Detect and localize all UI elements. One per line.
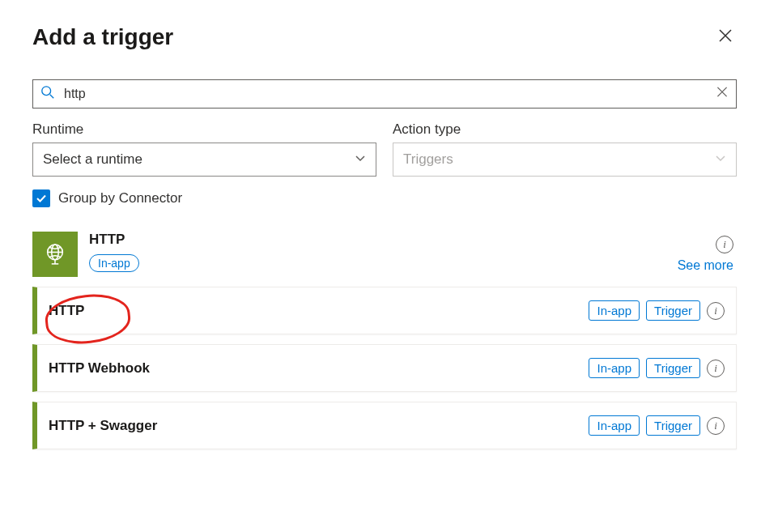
trigger-name: HTTP Webhook: [49, 360, 150, 377]
trigger-name: HTTP + Swagger: [49, 418, 157, 434]
runtime-dropdown[interactable]: Select a runtime: [32, 143, 376, 177]
connector-title: HTTP: [89, 232, 139, 248]
group-by-connector-label: Group by Connector: [58, 190, 182, 206]
trigger-tag-inapp: In-app: [589, 415, 640, 436]
page-title: Add a trigger: [32, 24, 173, 50]
action-type-label: Action type: [393, 121, 737, 138]
svg-line-1: [50, 95, 53, 99]
trigger-tag-inapp: In-app: [589, 358, 640, 378]
trigger-tag-inapp: In-app: [589, 300, 640, 321]
connector-badge: In-app: [89, 254, 139, 272]
runtime-label: Runtime: [32, 121, 376, 138]
trigger-tag-type: Trigger: [646, 415, 700, 436]
chevron-down-icon: [355, 151, 366, 168]
connector-info-button[interactable]: i: [716, 236, 733, 253]
group-by-connector-checkbox[interactable]: [32, 189, 50, 207]
clear-search-button[interactable]: [716, 86, 729, 103]
trigger-item-http[interactable]: HTTP In-app Trigger i: [32, 287, 737, 334]
http-connector-icon: [32, 232, 78, 277]
close-button[interactable]: [714, 24, 737, 50]
trigger-info-button[interactable]: i: [707, 302, 725, 320]
trigger-tag-type: Trigger: [646, 358, 700, 378]
trigger-tag-type: Trigger: [646, 300, 700, 321]
runtime-placeholder: Select a runtime: [43, 151, 142, 168]
trigger-name: HTTP: [49, 303, 84, 319]
chevron-down-icon: [715, 151, 726, 168]
see-more-link[interactable]: See more: [678, 258, 733, 273]
trigger-info-button[interactable]: i: [707, 360, 725, 377]
svg-point-0: [42, 87, 51, 96]
search-input[interactable]: [32, 79, 737, 109]
trigger-info-button[interactable]: i: [707, 417, 725, 435]
trigger-item-http-webhook[interactable]: HTTP Webhook In-app Trigger i: [32, 344, 737, 392]
action-type-dropdown: Triggers: [393, 143, 737, 177]
search-icon: [40, 85, 55, 103]
trigger-item-http-swagger[interactable]: HTTP + Swagger In-app Trigger i: [32, 402, 737, 449]
action-type-value: Triggers: [403, 151, 453, 168]
